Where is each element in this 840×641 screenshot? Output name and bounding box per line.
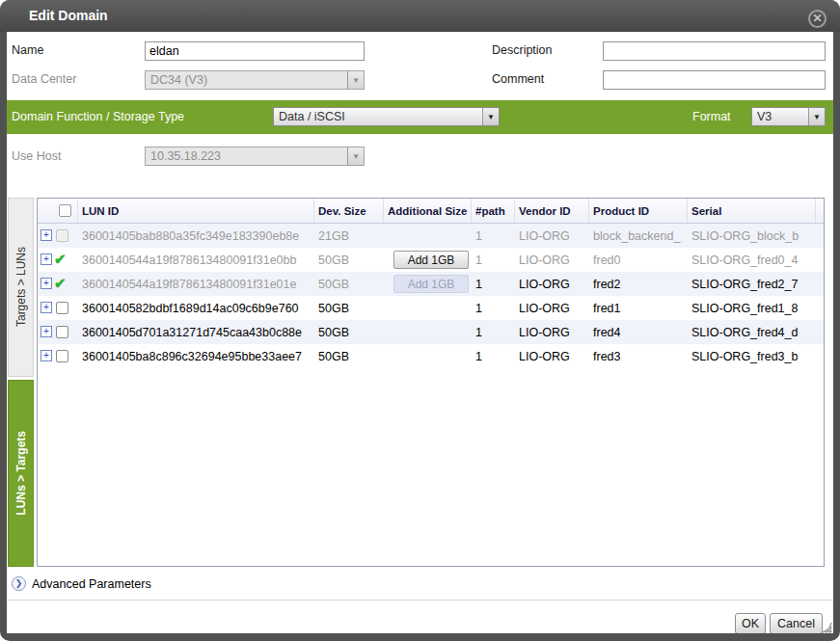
product-id-cell: block_backend_ <box>589 224 688 248</box>
lun-table-row: +3600140582bdbf1689d14ac09c6b9e76050GB1L… <box>38 296 824 320</box>
dialog-titlebar: Edit Domain ✕ <box>0 0 840 32</box>
serial-cell: SLIO-ORG_fred1_8 <box>688 296 816 320</box>
lun-table: LUN ID Dev. Size Additional Size #path V… <box>37 198 825 567</box>
vendor-id-cell: LIO-ORG <box>515 344 589 368</box>
name-label: Name <box>12 43 43 57</box>
serial-cell: SLIO-ORG_fred0_4 <box>688 248 816 272</box>
row-selector-cell: +✔ <box>38 272 78 296</box>
row-selector-cell: + <box>38 224 78 248</box>
vendor-id-cell: LIO-ORG <box>515 320 589 344</box>
chevron-right-circle-icon: ❯ <box>12 576 26 591</box>
product-id-cell: fred3 <box>589 344 688 368</box>
filler-cell <box>816 344 824 368</box>
lun-checkbox[interactable] <box>56 326 68 338</box>
lun-checkbox <box>56 229 68 242</box>
use-host-select: 10.35.18.223 ▼ <box>145 147 365 166</box>
filler-cell <box>816 248 824 272</box>
name-input[interactable] <box>145 41 365 61</box>
lun-checkbox[interactable] <box>56 350 68 362</box>
col-path: #path <box>472 199 515 223</box>
col-dev-size: Dev. Size <box>314 199 384 223</box>
lun-checkbox[interactable] <box>56 302 68 314</box>
serial-cell: SLIO-ORG_block_b <box>688 224 816 248</box>
dev-size-cell: 50GB <box>314 320 384 344</box>
expand-row-icon[interactable]: + <box>41 326 52 337</box>
advanced-parameters-label: Advanced Parameters <box>32 577 151 591</box>
dialog-body: Name Description Data Center DC34 (V3) ▼… <box>7 32 833 633</box>
lun-selected-icon: ✔ <box>54 251 67 268</box>
product-id-cell: fred4 <box>589 320 688 344</box>
footer-divider <box>7 600 833 601</box>
chevron-down-icon: ▼ <box>347 71 364 89</box>
comment-label: Comment <box>492 72 544 86</box>
path-cell: 1 <box>472 344 515 368</box>
filler-cell <box>816 296 824 320</box>
row-selector-cell: + <box>38 296 78 320</box>
path-cell: 1 <box>472 320 515 344</box>
format-value: V3 <box>752 110 808 123</box>
dev-size-cell: 50GB <box>314 272 384 296</box>
expand-row-icon[interactable]: + <box>41 254 52 265</box>
dev-size-cell: 50GB <box>314 296 384 320</box>
expand-row-icon[interactable]: + <box>41 350 52 361</box>
col-vendor-id: Vendor ID <box>515 199 589 223</box>
filler-cell <box>816 320 824 344</box>
storage-type-select[interactable]: Data / iSCSI ▼ <box>273 107 500 126</box>
lun-id-cell: 3600140582bdbf1689d14ac09c6b9e760 <box>78 296 314 320</box>
path-cell: 1 <box>472 272 515 296</box>
path-cell: 1 <box>472 224 515 248</box>
lun-id-cell: 3600140544a19f878613480091f31e0bb <box>78 248 314 272</box>
lun-id-cell: 36001405d701a31271d745caa43b0c88e <box>78 320 314 344</box>
lun-table-row: +36001405bab880a35fc349e183390eb8e21GB1L… <box>38 224 824 248</box>
vendor-id-cell: LIO-ORG <box>515 224 589 248</box>
expand-row-icon[interactable]: + <box>41 302 52 313</box>
expand-row-icon[interactable]: + <box>41 229 52 241</box>
edit-domain-dialog: Edit Domain ✕ Name Description Data Cent… <box>0 0 840 641</box>
add-1gb-button[interactable]: Add 1GB <box>393 251 469 269</box>
use-host-value: 10.35.18.223 <box>146 149 347 163</box>
serial-cell: SLIO-ORG_fred3_b <box>688 344 816 368</box>
product-id-cell: fred1 <box>589 296 688 320</box>
close-icon[interactable]: ✕ <box>808 10 826 28</box>
product-id-cell: fred0 <box>589 248 688 272</box>
dialog-title: Edit Domain <box>29 8 108 23</box>
data-center-value: DC34 (V3) <box>146 73 347 87</box>
ok-button[interactable]: OK <box>735 613 766 633</box>
lun-selected-icon: ✔ <box>54 275 67 292</box>
select-all-checkbox[interactable] <box>59 204 71 217</box>
dev-size-cell: 21GB <box>314 224 384 248</box>
lun-table-row: +36001405ba8c896c32694e95bbe33aee750GB1L… <box>38 344 824 368</box>
col-filler <box>816 199 824 223</box>
col-lun-id: LUN ID <box>78 199 314 223</box>
filler-cell <box>816 272 824 296</box>
format-select[interactable]: V3 ▼ <box>751 107 826 126</box>
filler-cell <box>816 224 824 248</box>
tab-targets-luns[interactable]: Targets > LUNs <box>8 198 34 377</box>
cancel-button[interactable]: Cancel <box>770 613 823 633</box>
data-center-select: DC34 (V3) ▼ <box>145 70 365 90</box>
vendor-id-cell: LIO-ORG <box>515 248 589 272</box>
data-center-label: Data Center <box>12 72 76 86</box>
advanced-parameters-toggle[interactable]: ❯ Advanced Parameters <box>12 576 151 591</box>
dev-size-cell: 50GB <box>314 248 384 272</box>
additional-size-cell <box>384 344 472 368</box>
storage-type-value: Data / iSCSI <box>274 110 482 123</box>
resize-grip-icon[interactable] <box>818 619 832 633</box>
lun-table-row: +✔3600140544a19f878613480091f31e0bb50GBA… <box>38 248 824 272</box>
col-additional-size: Additional Size <box>384 199 472 223</box>
lun-id-cell: 36001405ba8c896c32694e95bbe33aee7 <box>78 344 314 368</box>
col-product-id: Product ID <box>589 199 688 223</box>
additional-size-cell: Add 1GB <box>384 248 472 272</box>
dev-size-cell: 50GB <box>314 344 384 368</box>
path-cell: 1 <box>472 248 515 272</box>
description-input[interactable] <box>603 41 826 61</box>
lun-table-body: +36001405bab880a35fc349e183390eb8e21GB1L… <box>38 224 824 368</box>
expand-row-icon[interactable]: + <box>41 278 52 289</box>
select-all-cell <box>38 199 78 223</box>
tab-luns-targets[interactable]: LUNs > Targets <box>8 380 34 567</box>
vendor-id-cell: LIO-ORG <box>515 296 589 320</box>
format-label: Format <box>692 110 731 123</box>
comment-input[interactable] <box>603 70 826 90</box>
chevron-down-icon: ▼ <box>482 108 499 125</box>
lun-id-cell: 3600140544a19f878613480091f31e01e <box>78 272 314 296</box>
